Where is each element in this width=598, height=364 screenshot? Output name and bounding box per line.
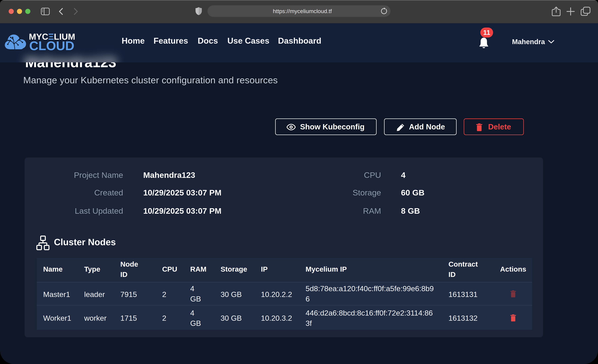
svg-text:CLOUD: CLOUD xyxy=(29,39,74,51)
